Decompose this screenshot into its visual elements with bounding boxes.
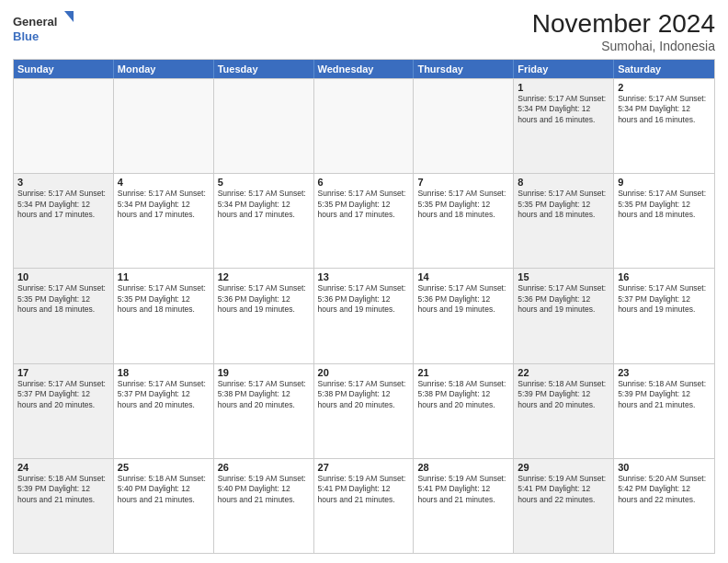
cell-info-19: Sunrise: 5:17 AM Sunset: 5:38 PM Dayligh…: [218, 379, 310, 410]
cell-day-22: 22Sunrise: 5:18 AM Sunset: 5:39 PM Dayli…: [514, 364, 614, 458]
header-thursday: Thursday: [414, 60, 514, 78]
header: General Blue November 2024 Sumohai, Indo…: [13, 9, 715, 53]
cell-day-18: 18Sunrise: 5:17 AM Sunset: 5:37 PM Dayli…: [114, 364, 214, 458]
day-number-17: 17: [17, 367, 109, 378]
cell-empty-0-0: [14, 79, 114, 173]
day-number-29: 29: [518, 462, 609, 473]
day-number-12: 12: [218, 271, 310, 282]
cell-day-26: 26Sunrise: 5:19 AM Sunset: 5:40 PM Dayli…: [214, 459, 314, 553]
cell-info-8: Sunrise: 5:17 AM Sunset: 5:35 PM Dayligh…: [518, 189, 609, 220]
logo: General Blue: [13, 9, 77, 46]
day-number-24: 24: [17, 462, 109, 473]
cell-empty-0-2: [214, 79, 314, 173]
cell-empty-0-3: [314, 79, 415, 173]
header-saturday: Saturday: [614, 60, 714, 78]
day-number-8: 8: [518, 177, 609, 188]
header-tuesday: Tuesday: [214, 60, 314, 78]
day-number-7: 7: [417, 177, 509, 188]
svg-marker-2: [64, 11, 74, 22]
header-monday: Monday: [114, 60, 214, 78]
day-number-5: 5: [218, 177, 310, 188]
cell-day-2: 2Sunrise: 5:17 AM Sunset: 5:34 PM Daylig…: [614, 79, 714, 173]
cell-empty-0-1: [114, 79, 214, 173]
cell-info-2: Sunrise: 5:17 AM Sunset: 5:34 PM Dayligh…: [618, 94, 711, 125]
cal-row-2: 10Sunrise: 5:17 AM Sunset: 5:35 PM Dayli…: [14, 268, 714, 362]
header-sunday: Sunday: [14, 60, 114, 78]
cell-day-11: 11Sunrise: 5:17 AM Sunset: 5:35 PM Dayli…: [114, 269, 214, 362]
cal-row-3: 17Sunrise: 5:17 AM Sunset: 5:37 PM Dayli…: [14, 363, 714, 458]
cell-day-14: 14Sunrise: 5:17 AM Sunset: 5:36 PM Dayli…: [414, 269, 514, 362]
day-number-27: 27: [318, 462, 410, 473]
day-number-13: 13: [318, 271, 410, 282]
cell-info-11: Sunrise: 5:17 AM Sunset: 5:35 PM Dayligh…: [118, 283, 210, 315]
logo-svg: General Blue: [13, 9, 77, 46]
cell-day-10: 10Sunrise: 5:17 AM Sunset: 5:35 PM Dayli…: [14, 269, 114, 362]
day-number-14: 14: [417, 271, 509, 282]
cell-day-5: 5Sunrise: 5:17 AM Sunset: 5:34 PM Daylig…: [214, 174, 314, 268]
day-number-21: 21: [417, 367, 509, 378]
day-number-20: 20: [318, 367, 410, 378]
day-number-11: 11: [118, 271, 210, 282]
cell-day-24: 24Sunrise: 5:18 AM Sunset: 5:39 PM Dayli…: [14, 459, 114, 553]
calendar-body: 1Sunrise: 5:17 AM Sunset: 5:34 PM Daylig…: [14, 78, 714, 553]
cell-day-1: 1Sunrise: 5:17 AM Sunset: 5:34 PM Daylig…: [514, 79, 614, 173]
cell-info-21: Sunrise: 5:18 AM Sunset: 5:38 PM Dayligh…: [417, 379, 509, 410]
cell-day-13: 13Sunrise: 5:17 AM Sunset: 5:36 PM Dayli…: [314, 269, 415, 362]
day-number-2: 2: [618, 82, 711, 93]
day-number-30: 30: [618, 462, 711, 473]
cal-row-4: 24Sunrise: 5:18 AM Sunset: 5:39 PM Dayli…: [14, 458, 714, 553]
page: General Blue November 2024 Sumohai, Indo…: [0, 0, 728, 563]
cell-info-26: Sunrise: 5:19 AM Sunset: 5:40 PM Dayligh…: [218, 474, 310, 505]
cell-day-17: 17Sunrise: 5:17 AM Sunset: 5:37 PM Dayli…: [14, 364, 114, 458]
cell-info-28: Sunrise: 5:19 AM Sunset: 5:41 PM Dayligh…: [417, 474, 509, 505]
cell-info-12: Sunrise: 5:17 AM Sunset: 5:36 PM Dayligh…: [218, 283, 310, 315]
cell-day-7: 7Sunrise: 5:17 AM Sunset: 5:35 PM Daylig…: [414, 174, 514, 268]
cell-info-6: Sunrise: 5:17 AM Sunset: 5:35 PM Dayligh…: [318, 189, 410, 220]
day-number-26: 26: [218, 462, 310, 473]
day-number-16: 16: [618, 271, 711, 282]
day-number-18: 18: [118, 367, 210, 378]
calendar-header: SundayMondayTuesdayWednesdayThursdayFrid…: [14, 60, 714, 78]
day-number-4: 4: [118, 177, 210, 188]
cell-day-12: 12Sunrise: 5:17 AM Sunset: 5:36 PM Dayli…: [214, 269, 314, 362]
day-number-10: 10: [17, 271, 109, 282]
cell-info-7: Sunrise: 5:17 AM Sunset: 5:35 PM Dayligh…: [417, 189, 509, 220]
cell-info-25: Sunrise: 5:18 AM Sunset: 5:40 PM Dayligh…: [118, 474, 210, 505]
day-number-1: 1: [518, 82, 609, 93]
cell-info-14: Sunrise: 5:17 AM Sunset: 5:36 PM Dayligh…: [417, 283, 509, 315]
day-number-19: 19: [218, 367, 310, 378]
cell-info-10: Sunrise: 5:17 AM Sunset: 5:35 PM Dayligh…: [17, 283, 109, 315]
day-number-25: 25: [118, 462, 210, 473]
cell-day-30: 30Sunrise: 5:20 AM Sunset: 5:42 PM Dayli…: [614, 459, 714, 553]
location: Sumohai, Indonesia: [532, 39, 715, 53]
cell-day-4: 4Sunrise: 5:17 AM Sunset: 5:34 PM Daylig…: [114, 174, 214, 268]
cell-info-9: Sunrise: 5:17 AM Sunset: 5:35 PM Dayligh…: [618, 189, 711, 220]
calendar: SundayMondayTuesdayWednesdayThursdayFrid…: [13, 59, 715, 554]
cell-info-30: Sunrise: 5:20 AM Sunset: 5:42 PM Dayligh…: [618, 474, 711, 505]
day-number-28: 28: [417, 462, 509, 473]
day-number-22: 22: [518, 367, 609, 378]
cell-day-25: 25Sunrise: 5:18 AM Sunset: 5:40 PM Dayli…: [114, 459, 214, 553]
day-number-3: 3: [17, 177, 109, 188]
cell-info-13: Sunrise: 5:17 AM Sunset: 5:36 PM Dayligh…: [318, 283, 410, 315]
cell-info-27: Sunrise: 5:19 AM Sunset: 5:41 PM Dayligh…: [318, 474, 410, 505]
cell-info-29: Sunrise: 5:19 AM Sunset: 5:41 PM Dayligh…: [518, 474, 609, 505]
cell-day-19: 19Sunrise: 5:17 AM Sunset: 5:38 PM Dayli…: [214, 364, 314, 458]
cell-info-5: Sunrise: 5:17 AM Sunset: 5:34 PM Dayligh…: [218, 189, 310, 220]
cell-info-22: Sunrise: 5:18 AM Sunset: 5:39 PM Dayligh…: [518, 379, 609, 410]
day-number-9: 9: [618, 177, 711, 188]
header-wednesday: Wednesday: [314, 60, 415, 78]
cell-info-18: Sunrise: 5:17 AM Sunset: 5:37 PM Dayligh…: [118, 379, 210, 410]
cell-day-9: 9Sunrise: 5:17 AM Sunset: 5:35 PM Daylig…: [614, 174, 714, 268]
cell-day-28: 28Sunrise: 5:19 AM Sunset: 5:41 PM Dayli…: [414, 459, 514, 553]
cell-day-16: 16Sunrise: 5:17 AM Sunset: 5:37 PM Dayli…: [614, 269, 714, 362]
cell-day-3: 3Sunrise: 5:17 AM Sunset: 5:34 PM Daylig…: [14, 174, 114, 268]
cell-day-27: 27Sunrise: 5:19 AM Sunset: 5:41 PM Dayli…: [314, 459, 415, 553]
cal-row-1: 3Sunrise: 5:17 AM Sunset: 5:34 PM Daylig…: [14, 173, 714, 268]
cell-info-3: Sunrise: 5:17 AM Sunset: 5:34 PM Dayligh…: [17, 189, 109, 220]
cell-info-1: Sunrise: 5:17 AM Sunset: 5:34 PM Dayligh…: [518, 94, 609, 125]
month-title: November 2024: [532, 9, 715, 39]
day-number-6: 6: [318, 177, 410, 188]
cell-info-20: Sunrise: 5:17 AM Sunset: 5:38 PM Dayligh…: [318, 379, 410, 410]
cell-day-21: 21Sunrise: 5:18 AM Sunset: 5:38 PM Dayli…: [414, 364, 514, 458]
